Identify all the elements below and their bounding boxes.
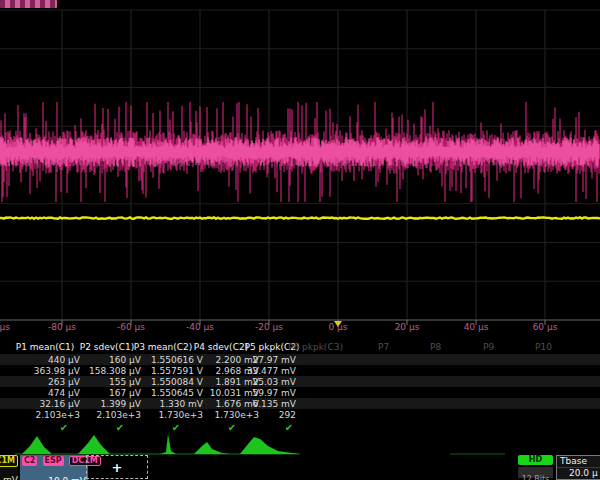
histicon-p4 — [194, 442, 230, 454]
channel-c1-descriptor[interactable]: DC1M 10.0 mV — [0, 455, 18, 479]
c2-label-chip: C2 — [22, 456, 37, 466]
parameter-header-unused[interactable]: P10 — [535, 342, 552, 352]
time-axis-label: 40 µs — [464, 322, 489, 332]
status-check-icon: ✔ — [60, 422, 68, 433]
status-check-icon: ✔ — [285, 422, 293, 433]
parameter-header-unused[interactable]: P6 pkpk(C3) — [288, 342, 343, 352]
parameter-value: 6.135 mV — [221, 399, 296, 409]
measure-table: P1 mean(C1)P2 sdev(C1)P3 mean(C2)P4 sdev… — [0, 340, 600, 434]
parameter-header-unused[interactable]: P9 — [483, 342, 494, 352]
parameter-header[interactable]: P2 sdev(C1) — [80, 342, 134, 352]
trace-annotation-badge[interactable] — [0, 0, 57, 8]
status-check-icon: ✔ — [172, 422, 180, 433]
parameter-header[interactable]: P4 sdev(C2) — [194, 342, 248, 352]
parameter-histicons — [0, 434, 600, 456]
time-axis-label: -80 µs — [48, 322, 76, 332]
timebase-value: 20.0 µ — [557, 468, 600, 479]
c1-vertical-scale: 10.0 mV — [0, 475, 18, 480]
c2-vertical-scale: 10.0 mV — [22, 476, 86, 480]
time-axis-label: -100 µs — [0, 322, 10, 332]
status-check-icon: ✔ — [116, 422, 124, 433]
time-axis: -100 µs-80 µs-60 µs-40 µs-20 µs0 µs20 µs… — [0, 322, 600, 333]
c1-coupling-chip: DC1M — [0, 455, 18, 467]
hd-badge-label: HD — [529, 455, 542, 465]
parameter-value: 27.97 mV — [221, 355, 296, 365]
histicon-p3 — [160, 434, 176, 454]
parameter-header-unused[interactable]: P7 — [378, 342, 389, 352]
parameter-header-unused[interactable]: P8 — [430, 342, 441, 352]
plus-icon: + — [112, 460, 123, 475]
histicon-p1 — [22, 436, 52, 454]
parameter-header[interactable]: P1 mean(C1) — [16, 342, 75, 352]
time-axis-label: -40 µs — [186, 322, 214, 332]
parameter-value: 33.477 mV — [221, 366, 296, 376]
status-check-icon: ✔ — [228, 422, 236, 433]
c2-mode-chip: ESP — [43, 456, 64, 466]
time-axis-label: -20 µs — [255, 322, 283, 332]
add-trace-button[interactable]: + — [86, 455, 148, 479]
parameter-value: 292 — [221, 410, 296, 420]
time-axis-label: 0 µs — [328, 322, 347, 332]
hd-mode-badge[interactable]: HD — [518, 455, 553, 465]
histicon-p5 — [240, 437, 300, 454]
histicon-p2 — [78, 435, 110, 454]
timebase-title: Tbase — [557, 456, 600, 468]
time-axis-label: -60 µs — [117, 322, 145, 332]
parameter-value: 59.97 mV — [221, 388, 296, 398]
waveform-graticule — [0, 0, 600, 334]
hd-bits-label: 12 Bits — [518, 467, 553, 478]
time-axis-label: 20 µs — [395, 322, 420, 332]
timebase-descriptor[interactable]: Tbase 20.0 µ — [556, 455, 600, 480]
channel-c2-descriptor[interactable]: C2 ESP DC1M 10.0 mV — [20, 455, 88, 480]
parameter-header[interactable]: P3 mean(C2) — [134, 342, 193, 352]
time-axis-label: 60 µs — [533, 322, 558, 332]
oscilloscope-screen: -100 µs-80 µs-60 µs-40 µs-20 µs0 µs20 µs… — [0, 0, 600, 480]
trace-c1 — [0, 217, 600, 218]
parameter-value: 25.03 mV — [221, 377, 296, 387]
